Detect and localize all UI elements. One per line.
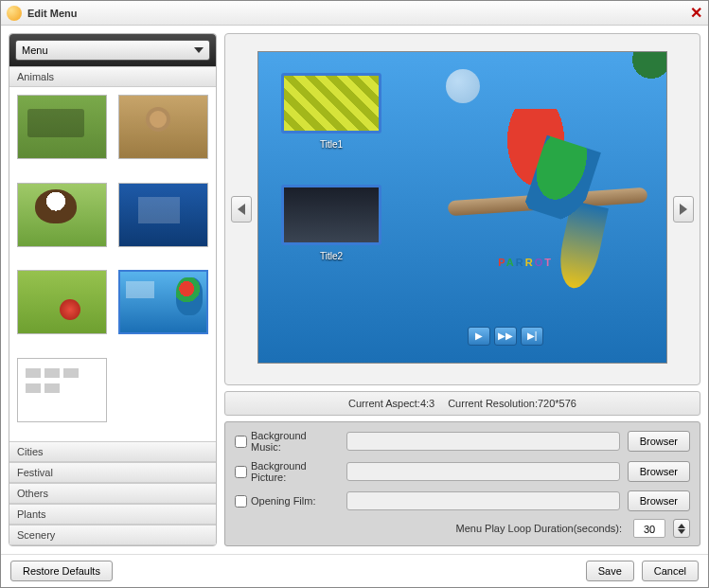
template-thumb[interactable]	[17, 358, 107, 422]
row-bg-picture: Background Picture: Browser	[235, 460, 690, 483]
category-festival[interactable]: Festival	[9, 462, 216, 483]
aspect-info: Current Aspect:4:3	[348, 398, 434, 409]
bg-music-browser-button[interactable]: Browser	[628, 431, 690, 452]
preview-play-controls: ▶ ▶▶ ▶|	[468, 327, 543, 346]
save-button[interactable]: Save	[586, 561, 634, 581]
settings-panel: Background Music: Browser Background Pic…	[224, 421, 700, 546]
bg-music-label: Background Music:	[235, 430, 339, 453]
titlebar: Edit Menu ✕	[1, 1, 708, 26]
loop-value-field[interactable]: 30	[633, 519, 665, 538]
bg-picture-label: Background Picture:	[235, 460, 339, 483]
preview-panel: PARROT Title1 Title2 ▶ ▶▶ ▶|	[224, 33, 700, 385]
close-icon[interactable]: ✕	[690, 4, 702, 22]
opening-film-checkbox[interactable]	[235, 495, 247, 508]
category-animals[interactable]: Animals	[9, 66, 216, 87]
bg-music-field[interactable]	[346, 432, 620, 451]
combo-wrap: Menu	[9, 34, 216, 66]
cancel-button[interactable]: Cancel	[642, 561, 699, 581]
menu-type-combo[interactable]: Menu	[15, 40, 210, 61]
loop-label: Menu Play Loop Duration(seconds):	[456, 523, 622, 534]
template-grid	[9, 87, 216, 441]
preview-title-tile-2[interactable]	[281, 185, 381, 245]
category-accordion: Animals Cities Festival Others Plants Sc…	[9, 66, 216, 545]
category-plants[interactable]: Plants	[9, 504, 216, 525]
info-bar: Current Aspect:4:3 Current Resolution:72…	[224, 391, 700, 416]
bg-picture-browser-button[interactable]: Browser	[628, 461, 690, 482]
menu-preview-stage: PARROT Title1 Title2 ▶ ▶▶ ▶|	[257, 51, 667, 364]
row-bg-music: Background Music: Browser	[235, 430, 690, 453]
resolution-info: Current Resolution:720*576	[448, 398, 576, 409]
next-icon[interactable]: ▶|	[521, 327, 543, 346]
preview-title-tile-1[interactable]	[281, 73, 381, 134]
opening-film-field[interactable]	[346, 491, 620, 510]
loop-spinner[interactable]	[673, 519, 690, 538]
footer: Restore Defaults Save Cancel	[1, 554, 708, 587]
category-others[interactable]: Others	[9, 483, 216, 504]
restore-defaults-button[interactable]: Restore Defaults	[10, 561, 113, 581]
spinner-down-icon	[678, 529, 685, 534]
app-icon	[7, 6, 22, 21]
opening-film-browser-button[interactable]: Browser	[628, 490, 690, 511]
main-panel: PARROT Title1 Title2 ▶ ▶▶ ▶| Current Asp…	[224, 33, 700, 546]
template-thumb[interactable]	[118, 95, 208, 159]
template-thumb[interactable]	[118, 183, 208, 247]
template-thumb-selected[interactable]	[118, 270, 208, 334]
content-area: Menu Animals Cities Festival Others	[1, 26, 708, 554]
category-scenery[interactable]: Scenery	[9, 525, 216, 545]
fast-forward-icon[interactable]: ▶▶	[494, 327, 517, 346]
combo-label: Menu	[22, 45, 48, 56]
preview-theme-label: PARROT	[498, 256, 553, 269]
category-cities[interactable]: Cities	[9, 441, 216, 462]
arrow-left-icon	[238, 204, 245, 215]
arrow-right-icon	[680, 204, 687, 215]
template-thumb[interactable]	[17, 270, 107, 334]
window-title: Edit Menu	[27, 8, 78, 19]
chevron-down-icon	[194, 47, 204, 53]
row-opening-film: Opening Film: Browser	[235, 490, 690, 511]
bg-picture-checkbox[interactable]	[235, 466, 247, 478]
next-button[interactable]	[673, 196, 694, 223]
preview-title-label-1: Title1	[281, 139, 381, 150]
preview-decor	[446, 69, 480, 103]
spinner-up-icon	[678, 524, 685, 528]
preview-decor	[591, 52, 666, 128]
prev-button[interactable]	[231, 196, 252, 223]
bg-music-checkbox[interactable]	[235, 436, 247, 448]
play-icon[interactable]: ▶	[468, 327, 490, 346]
preview-title-label-2: Title2	[281, 251, 381, 261]
opening-film-label: Opening Film:	[235, 495, 339, 508]
row-loop-duration: Menu Play Loop Duration(seconds): 30	[235, 519, 690, 538]
template-thumb[interactable]	[17, 95, 107, 159]
bg-picture-field[interactable]	[346, 462, 620, 481]
edit-menu-window: Edit Menu ✕ Menu Animals	[0, 0, 709, 588]
template-thumb[interactable]	[17, 183, 107, 247]
template-sidebar: Menu Animals Cities Festival Others	[9, 33, 217, 546]
